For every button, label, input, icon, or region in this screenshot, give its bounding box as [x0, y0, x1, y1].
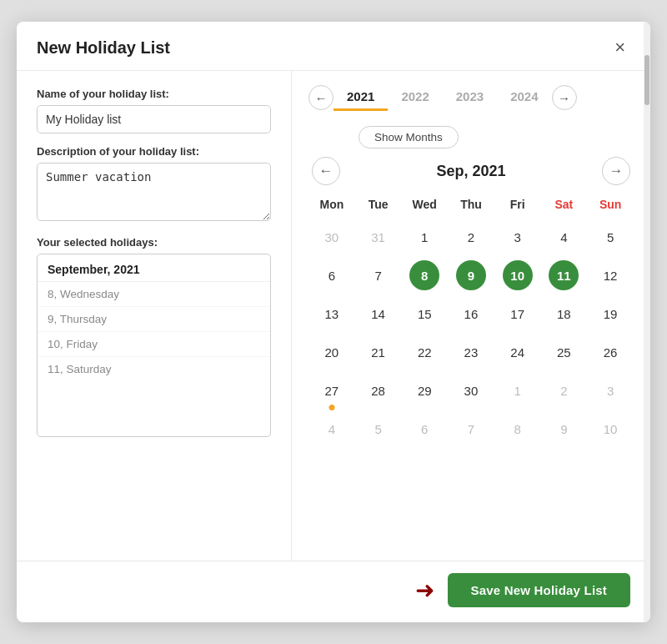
- day-cell[interactable]: 23: [456, 337, 486, 367]
- arrow-icon: ➜: [415, 576, 434, 604]
- modal-footer: ➜ Save New Holiday List: [17, 561, 650, 622]
- day-cell[interactable]: 17: [503, 299, 533, 329]
- year-tab-2021[interactable]: 2021: [334, 84, 388, 111]
- day-cell[interactable]: 12: [595, 260, 625, 290]
- day-cell[interactable]: 15: [409, 299, 439, 329]
- prev-year-button[interactable]: ←: [308, 85, 334, 110]
- day-cell[interactable]: 1: [503, 375, 533, 405]
- modal-body: Name of your holiday list: Description o…: [17, 71, 650, 561]
- show-months-button[interactable]: Show Months: [359, 126, 459, 148]
- close-button[interactable]: ×: [609, 37, 630, 58]
- calendar-cell: 10: [494, 256, 541, 294]
- day-cell[interactable]: 6: [317, 260, 347, 290]
- calendar-cell: 17: [494, 294, 541, 333]
- month-title: Sep, 2021: [436, 163, 505, 180]
- name-input[interactable]: [37, 105, 271, 133]
- description-field-group: Description of your holiday list: Summer…: [37, 145, 271, 224]
- year-tab-2024[interactable]: 2024: [497, 84, 551, 111]
- day-cell[interactable]: 31: [364, 222, 394, 252]
- day-cell[interactable]: 8: [409, 260, 439, 290]
- weekday-sat: Sat: [541, 194, 588, 218]
- left-panel: Name of your holiday list: Description o…: [17, 71, 292, 561]
- weekday-sun: Sun: [587, 194, 634, 218]
- day-cell[interactable]: 2: [549, 375, 579, 405]
- holiday-item: 10, Friday: [38, 332, 270, 357]
- calendar-cell: 4: [541, 218, 588, 256]
- day-cell[interactable]: 13: [317, 299, 347, 329]
- day-cell[interactable]: 9: [549, 414, 579, 444]
- weekday-wed: Wed: [401, 194, 448, 218]
- day-cell[interactable]: 10: [595, 414, 625, 444]
- name-field-group: Name of your holiday list:: [37, 88, 271, 133]
- calendar-row: 45678910: [308, 410, 634, 448]
- scrollbar-thumb: [644, 55, 649, 105]
- day-cell[interactable]: 18: [549, 299, 579, 329]
- day-cell[interactable]: 11: [549, 260, 579, 290]
- calendar-cell: 23: [448, 333, 494, 371]
- calendar-cell: 8: [401, 256, 448, 294]
- day-cell[interactable]: 27: [317, 375, 347, 405]
- calendar-row: 303112345: [308, 218, 634, 256]
- calendar-cell: 5: [355, 410, 402, 448]
- day-cell[interactable]: 21: [364, 337, 394, 367]
- day-cell[interactable]: 20: [317, 337, 347, 367]
- calendar-cell: 22: [401, 333, 448, 371]
- save-button[interactable]: Save New Holiday List: [448, 573, 630, 607]
- day-cell[interactable]: 3: [595, 375, 625, 405]
- prev-month-button[interactable]: ←: [312, 157, 340, 185]
- day-cell[interactable]: 25: [549, 337, 579, 367]
- day-cell[interactable]: 8: [503, 414, 533, 444]
- selected-holidays-group: Your selected holidays: September, 2021 …: [37, 236, 271, 437]
- day-cell[interactable]: 30: [317, 222, 347, 252]
- calendar-cell: 3: [494, 218, 541, 256]
- calendar-cell: 7: [448, 410, 494, 448]
- footer-arrow-area: ➜: [415, 576, 438, 604]
- calendar-row: 20212223242526: [308, 333, 634, 371]
- day-cell[interactable]: 3: [503, 222, 533, 252]
- description-input[interactable]: Summer vacation: [37, 163, 271, 221]
- day-cell[interactable]: 24: [503, 337, 533, 367]
- name-label: Name of your holiday list:: [37, 88, 271, 100]
- day-cell[interactable]: 10: [503, 260, 533, 290]
- year-nav: ← 2021 2022 2023 2024 →: [308, 84, 634, 114]
- day-cell[interactable]: 28: [364, 375, 394, 405]
- day-cell[interactable]: 9: [456, 260, 486, 290]
- holiday-item: 9, Thursday: [38, 307, 270, 332]
- scrollbar[interactable]: [644, 22, 650, 622]
- day-cell[interactable]: 5: [595, 222, 625, 252]
- day-cell[interactable]: 19: [595, 299, 625, 329]
- year-tab-2023[interactable]: 2023: [443, 84, 497, 111]
- day-cell[interactable]: 6: [409, 414, 439, 444]
- calendar-cell: 7: [355, 256, 402, 294]
- day-cell[interactable]: 26: [595, 337, 625, 367]
- next-month-button[interactable]: →: [602, 157, 630, 185]
- calendar-cell: 9: [448, 256, 494, 294]
- day-cell[interactable]: 4: [317, 414, 347, 444]
- calendar-cell: 13: [308, 294, 355, 333]
- calendar-cell: 29: [401, 371, 448, 410]
- year-tab-2022[interactable]: 2022: [388, 84, 442, 111]
- day-cell[interactable]: 1: [409, 222, 439, 252]
- day-cell[interactable]: 4: [549, 222, 579, 252]
- day-cell[interactable]: 22: [409, 337, 439, 367]
- calendar-cell: 8: [494, 410, 541, 448]
- calendar-cell: 25: [541, 333, 588, 371]
- day-cell[interactable]: 16: [456, 299, 486, 329]
- holiday-item: 11, Saturday: [38, 357, 270, 381]
- day-cell[interactable]: 14: [364, 299, 394, 329]
- calendar-cell: 21: [355, 333, 402, 371]
- next-year-button[interactable]: →: [552, 85, 577, 110]
- day-cell[interactable]: 30: [456, 375, 486, 405]
- day-cell[interactable]: 2: [456, 222, 486, 252]
- calendar-cell: 30: [308, 218, 355, 256]
- day-cell[interactable]: 5: [364, 414, 394, 444]
- calendar-cell: 10: [587, 410, 634, 448]
- day-cell[interactable]: 7: [364, 260, 394, 290]
- calendar-cell: 20: [308, 333, 355, 371]
- holidays-month-header: September, 2021: [38, 254, 270, 282]
- day-cell[interactable]: 29: [409, 375, 439, 405]
- day-cell[interactable]: 7: [456, 414, 486, 444]
- holidays-list: September, 2021 8, Wednesday 9, Thursday…: [37, 254, 271, 437]
- modal-header: New Holiday List ×: [17, 22, 650, 71]
- calendar-cell: 31: [355, 218, 402, 256]
